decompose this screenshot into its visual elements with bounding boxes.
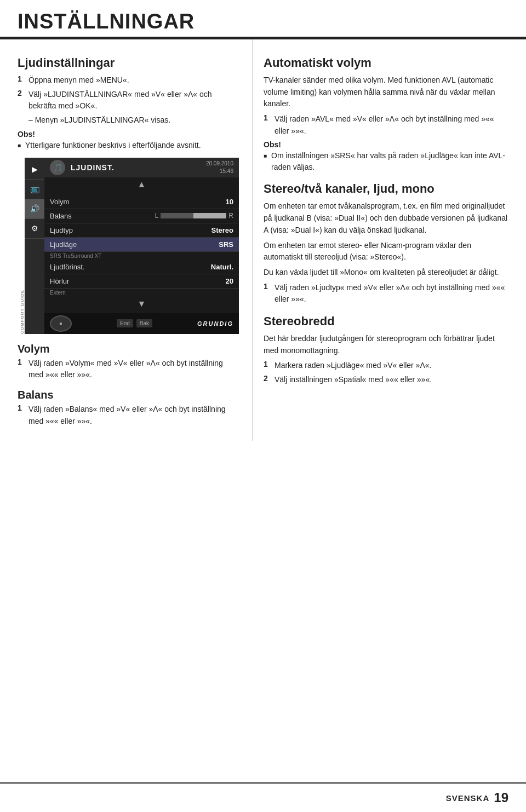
stereo-text3: Du kan växla ljudet till »Mono« om kvali… — [264, 267, 508, 279]
volym-step-1: 1 Välj raden »Volym« med »V« eller »Λ« o… — [18, 358, 239, 381]
automatiskt-step-1: 1 Välj raden »AVL« med »V« eller »Λ« och… — [264, 113, 508, 137]
footer-page: 19 — [494, 790, 508, 805]
stereo-heading: Stereo/två kanaler, ljud, mono — [264, 182, 508, 196]
obs-text-2: Om inställningen »SRS« har valts på rade… — [264, 150, 508, 173]
tv-bottom-buttons: End Bak — [117, 319, 152, 327]
tv-topbar: 🎵 LJUDINST. 20.09.2010 15:46 — [44, 158, 239, 177]
stereobredd-step-2-text: Välj inställningen »Spatial« med »«« ell… — [275, 374, 432, 386]
automatiskt-step-1-text: Välj raden »AVL« med »V« eller »Λ« och b… — [275, 113, 508, 137]
page-header: INSTÄLLNINGAR — [0, 0, 526, 38]
tv-bottom-bar: ● End Bak GRUNDIG — [44, 313, 239, 334]
obs-text-1: Ytterligare funktioner beskrivs i efterf… — [18, 140, 239, 151]
volym-heading: Volym — [18, 343, 239, 355]
tv-panel: 🎵 LJUDINST. 20.09.2010 15:46 ▲ Volym 10 — [44, 158, 239, 334]
step-2b-text: – Menyn »LJUDINSTÄLLNINGAR« visas. — [18, 114, 239, 126]
step-1: 1 Öppna menyn med »MENU«. — [18, 74, 239, 87]
right-column: Automatiskt volym TV-kanaler sänder med … — [252, 39, 526, 441]
stereobredd-step-1: 1 Markera raden »Ljudläge« med »V« eller… — [264, 360, 508, 372]
stereobredd-text1: Det här breddar ljudutgången för stereop… — [264, 333, 508, 356]
footer-lang: SVENSKA — [446, 793, 490, 803]
step-2-text: Välj »LJUDINSTÄLLNINGAR« med »V« eller »… — [28, 89, 239, 112]
tv-row-ljudlage: Ljudläge SRS — [44, 238, 239, 252]
balans-step-1-text: Välj raden »Balans« med »V« eller »Λ« oc… — [28, 404, 239, 427]
left-section-heading: Ljudinställningar — [18, 56, 239, 70]
automatiskt-step-1-num: 1 — [264, 113, 271, 137]
stereobredd-step-1-text: Markera raden »Ljudläge« med »V« eller »… — [275, 360, 431, 372]
tv-row-ljudtyp: Ljudtyp Stereo — [44, 223, 239, 238]
stereobredd-step-2-num: 2 — [264, 374, 271, 386]
stereo-text1: Om enheten tar emot tvåkanalsprogram, t.… — [264, 200, 508, 236]
stereobredd-heading: Stereobredd — [264, 314, 508, 329]
sidebar-icon-settings[interactable]: ⚙ — [25, 219, 44, 239]
tv-time: 20.09.2010 15:46 — [206, 160, 233, 175]
balans-heading: Balans — [18, 389, 239, 401]
tv-row-volym: Volym 10 — [44, 195, 239, 209]
page-title: INSTÄLLNINGAR — [18, 10, 508, 33]
volym-step-1-text: Välj raden »Volym« med »V« eller »Λ« och… — [28, 358, 239, 381]
stereo-step-1-text: Välj raden »Ljudtyp« med »V« eller »Λ« o… — [275, 282, 508, 306]
content-wrapper: Ljudinställningar 1 Öppna menyn med »MEN… — [0, 39, 526, 441]
balance-bar — [161, 213, 226, 218]
tv-end-btn[interactable]: End — [117, 319, 133, 327]
obs-block-2: Obs! Om inställningen »SRS« har valts på… — [264, 140, 508, 173]
balans-step-1: 1 Välj raden »Balans« med »V« eller »Λ« … — [18, 404, 239, 427]
tv-bak-btn[interactable]: Bak — [136, 319, 152, 327]
tv-audio-icon: 🎵 — [50, 160, 65, 175]
sidebar-icon-source: ▶ — [25, 160, 44, 180]
tv-row-extern-note: Extern — [44, 289, 239, 297]
tv-screen-container: COMFORT GUIDE ▶ 📺 🔊 ⚙ 🎵 LJUDINST. 20.09.… — [18, 158, 239, 334]
tv-nav-down: ▼ — [44, 297, 239, 311]
tv-ok-button[interactable]: ● — [50, 315, 72, 332]
automatiskt-text1: TV-kanaler sänder med olika volym. Med f… — [264, 74, 508, 110]
tv-row-ljudforinst: Ljudförinst. Naturl. — [44, 260, 239, 274]
tv-panel-title: LJUDINST. — [71, 163, 201, 172]
left-column: Ljudinställningar 1 Öppna menyn med »MEN… — [0, 39, 252, 441]
obs-label-2: Obs! — [264, 140, 508, 149]
step-2: 2 Välj »LJUDINSTÄLLNINGAR« med »V« eller… — [18, 89, 239, 112]
stereo-text2: Om enheten tar emot stereo- eller Nicam-… — [264, 240, 508, 263]
stereo-step-1-num: 1 — [264, 282, 271, 306]
step-1-text: Öppna menyn med »MENU«. — [28, 74, 129, 87]
automatiskt-heading: Automatiskt volym — [264, 56, 508, 70]
tv-row-horlur: Hörlur 20 — [44, 274, 239, 289]
stereobredd-step-1-num: 1 — [264, 360, 271, 372]
tv-row-srs-note: SRS TruSurround XT — [44, 252, 239, 260]
grundig-logo: GRUNDIG — [197, 320, 233, 327]
tv-row-balans: Balans L R — [44, 209, 239, 223]
comfort-guide-label: COMFORT GUIDE — [18, 158, 25, 334]
volym-step-1-num: 1 — [18, 358, 25, 381]
stereo-step-1: 1 Välj raden »Ljudtyp« med »V« eller »Λ«… — [264, 282, 508, 306]
page-footer: SVENSKA 19 — [0, 782, 526, 812]
step-1-num: 1 — [18, 74, 25, 87]
obs-label-1: Obs! — [18, 130, 239, 139]
tv-menu-rows: Volym 10 Balans L R — [44, 192, 239, 297]
sidebar-icon-tv: 📺 — [25, 180, 44, 199]
tv-nav-up: ▲ — [44, 177, 239, 192]
stereobredd-step-2: 2 Välj inställningen »Spatial« med »«« e… — [264, 374, 508, 386]
obs-block-1: Obs! Ytterligare funktioner beskrivs i e… — [18, 130, 239, 151]
step-2-num: 2 — [18, 89, 25, 112]
sidebar-icon-audio[interactable]: 🔊 — [25, 199, 44, 219]
balans-step-1-num: 1 — [18, 404, 25, 427]
sidebar-strip: ▶ 📺 🔊 ⚙ — [25, 158, 44, 334]
